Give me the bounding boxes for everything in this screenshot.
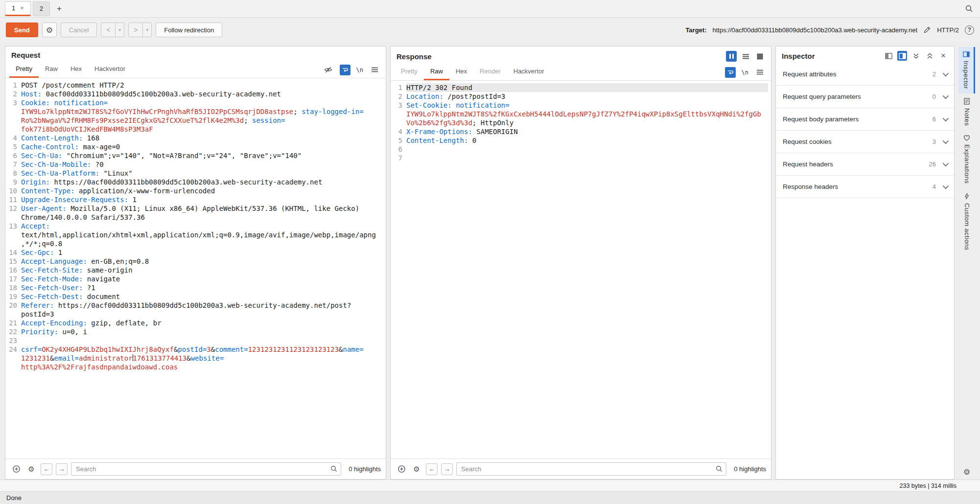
line-text[interactable]: Location: /post?postId=3 [406,92,768,101]
code-line[interactable]: 6Sec-Ch-Ua: "Chromium";v="140", "Not=A?B… [5,151,383,160]
inspector-section-request-headers[interactable]: Request headers 26 [776,153,954,176]
side-tab-explanations[interactable]: Explanations [958,130,975,188]
line-text[interactable]: Accept-Encoding: gzip, deflate, br [21,319,383,327]
search-tabs-icon[interactable] [965,4,973,13]
line-text[interactable]: Sec-Fetch-Site: same-origin [21,266,383,275]
code-line[interactable]: 15Accept-Language: en-GB,en;q=0.8 [5,257,383,266]
pause-updates-icon[interactable] [726,51,737,62]
search-settings-gear-icon[interactable]: ⚙ [411,463,422,475]
search-settings-gear-icon[interactable]: ⚙ [25,463,37,475]
line-text[interactable]: Host: 0acf00dd03311bb0809dd5c100b200a3.w… [21,90,383,98]
line-text[interactable] [406,145,768,154]
line-text[interactable]: Sec-Ch-Ua: "Chromium";v="140", "Not=A?Br… [21,151,383,160]
line-text[interactable] [406,154,768,162]
code-line[interactable]: 2Host: 0acf00dd03311bb0809dd5c100b200a3.… [5,90,383,98]
inspector-section-body-parameters[interactable]: Request body parameters 6 [776,108,954,131]
forward-dropdown-icon[interactable]: ▾ [143,23,152,37]
code-line[interactable]: 9Origin: https://0acf00dd03311bb0809dd5c… [5,178,383,186]
response-tab-hex[interactable]: Hex [449,64,473,80]
add-tab-button[interactable]: + [52,1,67,16]
line-text[interactable]: User-Agent: Mozilla/5.0 (X11; Linux x86_… [21,204,383,222]
code-line[interactable]: 7 [391,154,768,162]
back-dropdown-icon[interactable]: ▾ [116,23,124,37]
back-button[interactable]: < [101,23,116,37]
close-inspector-icon[interactable]: × [938,51,948,61]
code-line[interactable]: 6 [391,145,768,154]
response-search-input[interactable] [456,462,726,476]
side-tab-inspector[interactable]: Inspector [958,47,975,93]
previous-match-button[interactable]: ← [41,463,52,475]
repeater-tab-2[interactable]: 2 [33,1,50,16]
response-tab-pretty[interactable]: Pretty [395,64,424,80]
response-tab-hackvertor[interactable]: Hackvertor [507,64,551,80]
previous-match-button[interactable]: ← [426,463,438,475]
forward-button[interactable]: > [128,23,143,37]
close-tab-icon[interactable]: × [20,4,24,12]
line-text[interactable]: Upgrade-Insecure-Requests: 1 [21,195,383,204]
request-tab-raw[interactable]: Raw [39,62,64,78]
settings-gear-icon[interactable]: ⚙ [963,467,970,477]
code-line[interactable]: 23 [5,336,383,345]
code-line[interactable]: 3Cookie: notification=IYW9Lo7klppNtm2WJT… [5,98,383,134]
edit-target-icon[interactable] [923,26,931,34]
code-line[interactable]: 19Sec-Fetch-Dest: document [5,292,383,301]
code-line[interactable]: 8Sec-Ch-Ua-Platform: "Linux" [5,169,383,178]
request-tab-hackvertor[interactable]: Hackvertor [88,62,132,78]
follow-redirection-button[interactable]: Follow redirection [156,23,222,37]
code-line[interactable]: 1HTTP/2 302 Found [391,83,768,92]
expand-all-icon[interactable] [911,51,921,61]
line-text[interactable]: HTTP/2 302 Found [406,83,768,92]
send-settings-button[interactable]: ⚙ [42,23,57,37]
cancel-button[interactable]: Cancel [61,23,97,37]
response-tab-render[interactable]: Render [473,64,507,80]
code-line[interactable]: 24csrf=OK2y4XHG4P9LbZbq1hwIXIJhrj8aQyxf&… [5,345,383,371]
inspector-section-query-parameters[interactable]: Request query parameters 0 [776,86,954,108]
layout-single-icon[interactable] [754,51,765,62]
inspector-section-request-cookies[interactable]: Request cookies 3 [776,131,954,153]
line-text[interactable]: Content-Length: 0 [406,136,768,145]
wrap-lines-icon[interactable] [340,65,350,75]
side-tab-custom-actions[interactable]: Custom actions [958,188,975,255]
layout-rows-icon[interactable] [740,51,751,62]
line-text[interactable]: Priority: u=0, i [21,327,383,336]
code-line[interactable]: 20Referer: https://0acf00dd03311bb0809dd… [5,301,383,319]
request-tab-hex[interactable]: Hex [64,62,88,78]
code-line[interactable]: 10Content-Type: application/x-www-form-u… [5,186,383,195]
line-text[interactable]: Accept: text/html,application/xhtml+xml,… [21,222,383,248]
send-button[interactable]: Send [6,23,38,37]
response-editor[interactable]: 1HTTP/2 302 Found2Location: /post?postId… [391,81,771,458]
editor-menu-icon[interactable] [754,67,765,78]
line-text[interactable]: Set-Cookie: notification=IYW9Lo7klppNtm2… [406,101,768,127]
forward-split-button[interactable]: > ▾ [128,23,152,37]
hide-nonprintable-icon[interactable] [323,65,334,75]
line-text[interactable]: Sec-Gpc: 1 [21,248,383,257]
next-match-button[interactable]: → [441,463,453,475]
help-icon[interactable]: ? [965,25,974,35]
code-line[interactable]: 11Upgrade-Insecure-Requests: 1 [5,195,383,204]
code-line[interactable]: 1POST /post/comment HTTP/2 [5,81,383,90]
repeater-tab-1[interactable]: 1 × [5,1,31,16]
code-line[interactable]: 21Accept-Encoding: gzip, deflate, br [5,319,383,327]
code-line[interactable]: 14Sec-Gpc: 1 [5,248,383,257]
line-text[interactable]: Origin: https://0acf00dd03311bb0809dd5c1… [21,178,383,186]
code-line[interactable]: 3Set-Cookie: notification=IYW9Lo7klppNtm… [391,101,768,127]
request-editor[interactable]: 1POST /post/comment HTTP/22Host: 0acf00d… [5,78,386,458]
line-text[interactable]: Accept-Language: en-GB,en;q=0.8 [21,257,383,266]
show-newlines-icon[interactable]: \n [356,67,363,73]
line-text[interactable]: Sec-Fetch-User: ?1 [21,283,383,292]
search-options-icon[interactable] [396,463,407,475]
collapse-all-icon[interactable] [925,51,934,61]
line-text[interactable]: Cookie: notification=IYW9Lo7klppNtm2WJT8… [21,98,383,134]
search-options-icon[interactable] [10,463,22,475]
line-text[interactable]: Sec-Ch-Ua-Mobile: ?0 [21,160,383,169]
inspector-view-compact-icon[interactable] [884,51,893,61]
inspector-section-response-headers[interactable]: Response headers 4 [776,176,954,198]
next-match-button[interactable]: → [56,463,68,475]
code-line[interactable]: 5Cache-Control: max-age=0 [5,142,383,151]
line-text[interactable]: Cache-Control: max-age=0 [21,142,383,151]
line-text[interactable]: Referer: https://0acf00dd03311bb0809dd5c… [21,301,383,319]
line-text[interactable] [21,336,383,345]
response-tab-raw[interactable]: Raw [424,64,449,80]
request-search-input[interactable] [71,462,341,476]
inspector-view-expanded-icon[interactable] [897,51,907,61]
